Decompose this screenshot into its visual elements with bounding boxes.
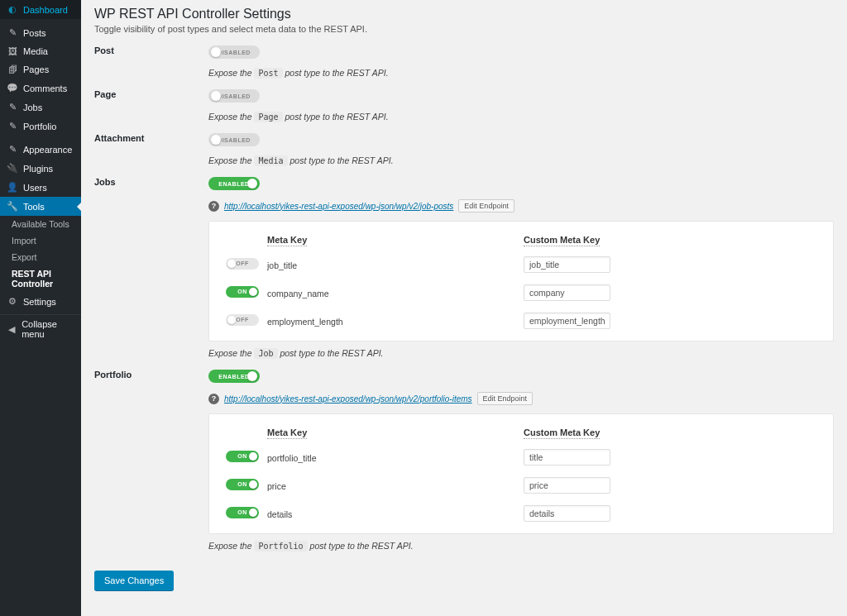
toggle-label: OFF xyxy=(236,317,249,322)
menu-icon: ◐ xyxy=(7,4,18,15)
section-body: ENABLED?http://localhost/yikes-rest-api-… xyxy=(208,177,834,358)
post-type-toggle[interactable]: DISABLED xyxy=(208,89,260,103)
toggle-knob xyxy=(211,47,221,57)
section-label: Portfolio xyxy=(94,370,208,380)
meta-key: employment_length xyxy=(267,317,343,327)
section-label: Page xyxy=(94,89,208,99)
sidebar-label: Posts xyxy=(23,28,46,38)
meta-key: company_name xyxy=(267,289,329,298)
meta-row: OFFemployment_length xyxy=(226,313,816,329)
custom-key-input[interactable] xyxy=(524,284,610,301)
edit-endpoint-button[interactable]: Edit Endpoint xyxy=(458,199,514,212)
admin-sidebar: ◐Dashboard✎Posts🖼Media🗐Pages💬Comments✎Jo… xyxy=(0,0,81,616)
endpoint-link[interactable]: http://localhost/yikes-rest-api-exposed/… xyxy=(224,394,472,404)
sidebar-label: Appearance xyxy=(23,145,72,155)
sidebar-item-plugins[interactable]: 🔌Plugins xyxy=(0,159,81,178)
menu-icon: 🔧 xyxy=(7,201,18,212)
post-type-code: Page xyxy=(254,112,282,122)
save-changes-button[interactable]: Save Changes xyxy=(94,571,174,590)
sidebar-label: Portfolio xyxy=(23,122,56,131)
meta-toggle[interactable]: ON xyxy=(226,507,259,518)
sidebar-label: Users xyxy=(23,183,47,193)
menu-icon: 👤 xyxy=(7,182,18,193)
menu-icon: ✎ xyxy=(7,27,18,38)
expose-text: Expose the Portfolio post type to the RE… xyxy=(208,541,834,551)
custom-key-input[interactable] xyxy=(524,505,610,522)
meta-key: details xyxy=(267,509,292,519)
toggle-label: ON xyxy=(237,289,247,294)
sidebar-item-media[interactable]: 🖼Media xyxy=(0,42,81,60)
toggle-knob xyxy=(249,288,257,296)
meta-toggle[interactable]: ON xyxy=(226,286,259,298)
section-post: PostDISABLEDExpose the Post post type to… xyxy=(94,45,834,78)
toggle-knob xyxy=(227,260,236,268)
menu-icon: ✎ xyxy=(7,121,18,131)
meta-toggle[interactable]: ON xyxy=(226,451,259,462)
custom-key-input[interactable] xyxy=(524,449,610,466)
sidebar-label: Pages xyxy=(23,64,49,74)
toggle-knob xyxy=(247,371,257,381)
sidebar-label: Comments xyxy=(23,84,67,93)
sidebar-item-tools[interactable]: 🔧Tools xyxy=(0,197,81,216)
post-type-toggle[interactable]: DISABLED xyxy=(208,133,260,146)
post-type-code: Post xyxy=(254,68,282,79)
help-icon[interactable]: ? xyxy=(208,201,219,212)
sidebar-item-comments[interactable]: 💬Comments xyxy=(0,79,81,98)
sidebar-item-users[interactable]: 👤Users xyxy=(0,178,81,197)
toggle-label: ON xyxy=(237,453,247,459)
page-description: Toggle visibility of post types and sele… xyxy=(94,24,834,34)
post-type-toggle[interactable]: ENABLED xyxy=(208,370,260,383)
edit-endpoint-button[interactable]: Edit Endpoint xyxy=(477,392,534,405)
sidebar-item-appearance[interactable]: ✎Appearance xyxy=(0,140,81,159)
expose-text: Expose the Media post type to the REST A… xyxy=(208,155,834,165)
col-custom-key: Custom Meta Key xyxy=(524,235,600,246)
meta-row: OFFjob_title xyxy=(226,256,816,273)
post-type-toggle[interactable]: ENABLED xyxy=(208,177,260,190)
menu-icon: ✎ xyxy=(7,102,18,112)
post-type-code: Job xyxy=(254,348,277,359)
meta-toggle[interactable]: ON xyxy=(226,479,259,490)
toggle-knob xyxy=(211,91,221,101)
expose-text: Expose the Page post type to the REST AP… xyxy=(208,112,834,122)
sidebar-label: Tools xyxy=(23,202,45,212)
collapse-menu[interactable]: ◀Collapse menu xyxy=(0,314,81,343)
sidebar-label: Plugins xyxy=(23,164,53,174)
section-label: Jobs xyxy=(94,177,208,187)
menu-icon: ⚙ xyxy=(7,296,18,307)
section-body: DISABLEDExpose the Media post type to th… xyxy=(208,133,834,165)
endpoint-link[interactable]: http://localhost/yikes-rest-api-exposed/… xyxy=(224,202,453,211)
sidebar-item-dashboard[interactable]: ◐Dashboard xyxy=(0,0,81,19)
sidebar-item-posts[interactable]: ✎Posts xyxy=(0,23,81,42)
meta-row: ONportfolio_title xyxy=(226,449,816,466)
sidebar-sub-available-tools[interactable]: Available Tools xyxy=(0,216,81,232)
toggle-label: ON xyxy=(237,509,247,515)
sidebar-item-portfolio[interactable]: ✎Portfolio xyxy=(0,117,81,136)
meta-toggle[interactable]: OFF xyxy=(226,314,259,326)
page-title: WP REST API Controller Settings xyxy=(94,7,834,21)
sidebar-label: Jobs xyxy=(23,103,42,112)
meta-key: job_title xyxy=(267,260,297,270)
help-icon[interactable]: ? xyxy=(208,394,219,404)
custom-key-input[interactable] xyxy=(524,477,610,494)
sidebar-sub-import[interactable]: Import xyxy=(0,232,81,249)
post-type-toggle[interactable]: DISABLED xyxy=(208,45,260,59)
expose-text: Expose the Job post type to the REST API… xyxy=(208,348,834,358)
post-type-code: Media xyxy=(254,155,287,166)
toggle-knob xyxy=(227,316,236,324)
toggle-label: ENABLED xyxy=(218,374,249,380)
toggle-label: DISABLED xyxy=(218,93,251,99)
section-attachment: AttachmentDISABLEDExpose the Media post … xyxy=(94,133,834,165)
sidebar-item-settings[interactable]: ⚙Settings xyxy=(0,292,81,311)
sidebar-item-pages[interactable]: 🗐Pages xyxy=(0,60,81,79)
custom-key-input[interactable] xyxy=(524,256,610,273)
toggle-label: OFF xyxy=(236,260,249,266)
meta-toggle[interactable]: OFF xyxy=(226,258,259,270)
main-content: WP REST API Controller Settings Toggle v… xyxy=(81,0,847,616)
toggle-label: ENABLED xyxy=(218,181,249,187)
endpoint-row: ?http://localhost/yikes-rest-api-exposed… xyxy=(208,392,834,405)
sidebar-item-jobs[interactable]: ✎Jobs xyxy=(0,98,81,117)
sidebar-sub-rest-api-controller[interactable]: REST API Controller xyxy=(0,265,81,292)
menu-icon: 🔌 xyxy=(7,163,18,174)
custom-key-input[interactable] xyxy=(524,313,610,329)
sidebar-sub-export[interactable]: Export xyxy=(0,249,81,265)
